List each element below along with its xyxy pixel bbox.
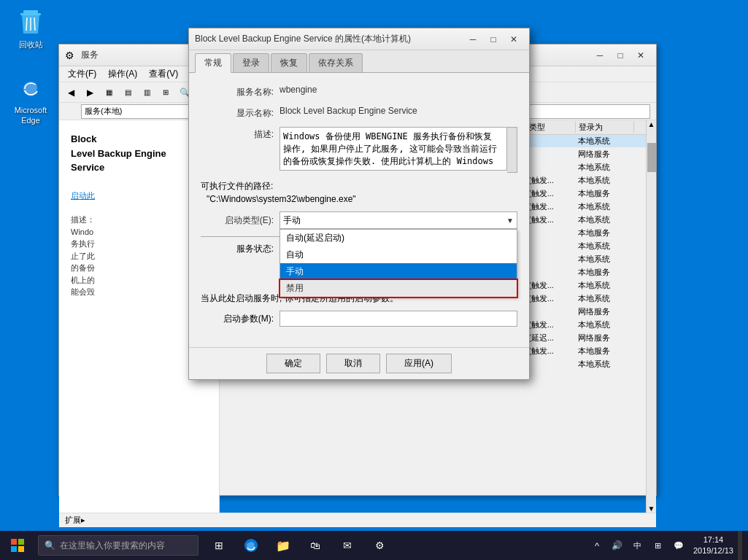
cancel-button[interactable]: 取消 [326,354,380,373]
exec-path-row: 可执行文件的路径: "C:\Windows\system32\wbengine.… [201,180,517,204]
taskbar-search-box[interactable]: 🔍 在这里输入你要搜索的内容 [38,535,198,556]
taskbar-middle: ⊞ 📁 🛍 ✉ ⚙ [198,531,582,560]
exec-path-label: 可执行文件的路径: [201,180,517,192]
tab-general[interactable]: 常规 [195,53,231,73]
settings-taskbar-btn[interactable]: ⚙ [365,531,394,560]
dropdown-option-manual[interactable]: 手动 [280,263,517,280]
description-scrollbar[interactable] [507,127,517,173]
search-placeholder: 在这里输入你要搜索的内容 [60,540,165,552]
description-wrapper: Windows 备份使用 WBENGINE 服务执行备份和恢复 操作, 如果用户… [279,127,517,173]
description-label: 描述: [201,127,274,141]
modal-titlebar[interactable]: Block Level Backup Engine Service 的属性(本地… [189,28,529,50]
search-icon: 🔍 [45,540,55,551]
startup-selected-value: 手动 [283,214,506,227]
start-params-input[interactable] [279,311,517,327]
startup-dropdown-list: 自动(延迟启动) 自动 手动 禁用 [279,229,517,298]
svg-rect-8 [11,546,17,552]
modal-overlay: Block Level Backup Engine Service 的属性(本地… [0,0,748,560]
svg-rect-7 [18,539,24,545]
svg-rect-9 [18,546,24,552]
start-button[interactable] [0,531,35,560]
dropdown-option-auto[interactable]: 自动 [280,246,517,263]
tab-recovery[interactable]: 恢复 [271,53,307,72]
task-view-btn[interactable]: ⊞ [204,531,234,560]
form-content: 服务名称: wbengine 显示名称: Block Level Backup … [189,73,529,347]
display-name-label: 显示名称: [201,106,274,120]
tray-expand-btn[interactable]: ^ [588,537,606,554]
apply-button[interactable]: 应用(A) [386,354,452,373]
tab-dependencies[interactable]: 依存关系 [309,53,363,72]
service-status-label: 服务状态: [201,243,274,255]
taskbar: 🔍 在这里输入你要搜索的内容 ⊞ 📁 🛍 ✉ ⚙ ^ 🔊 中 ⊞ 💬 17:1 [0,531,748,560]
taskbar-tray: ^ 🔊 中 ⊞ 💬 17:14 2019/12/13 [582,531,748,560]
tray-notification-icon[interactable]: 💬 [670,537,687,554]
start-params-label: 启动参数(M): [201,313,274,325]
startup-type-row: 启动类型(E): 手动 ▼ 自动(延迟启动) 自动 手动 禁用 [201,211,517,229]
svg-rect-6 [11,539,17,545]
modal-content: 常规 登录 恢复 依存关系 服务名称: wbengine 显示名称: Block… [189,50,529,379]
startup-dropdown-arrow: ▼ [506,217,514,225]
taskbar-clock[interactable]: 17:14 2019/12/13 [693,534,733,557]
properties-dialog: Block Level Backup Engine Service 的属性(本地… [188,28,530,380]
edge-taskbar-btn[interactable] [236,531,266,560]
startup-type-label: 启动类型(E): [201,214,274,227]
service-name-value: wbengine [279,85,517,95]
startup-select-wrapper: 手动 ▼ 自动(延迟启动) 自动 手动 禁用 [279,211,517,229]
dropdown-option-disabled[interactable]: 禁用 [280,280,517,297]
display-name-row: 显示名称: Block Level Backup Engine Service [201,106,517,120]
exec-path-value: "C:\Windows\system32\wbengine.exe" [207,194,517,204]
tray-ime-icon[interactable]: 中 [629,537,647,554]
tab-login[interactable]: 登录 [233,53,269,72]
modal-minimize-btn[interactable]: ─ [463,32,482,47]
service-name-label: 服务名称: [201,85,274,98]
modal-maximize-btn[interactable]: □ [484,32,503,47]
description-textarea[interactable]: Windows 备份使用 WBENGINE 服务执行备份和恢复 操作, 如果用户… [279,127,507,171]
modal-close-btn[interactable]: ✕ [504,32,523,47]
clock-time: 17:14 [693,534,733,545]
dropdown-option-auto-delayed[interactable]: 自动(延迟启动) [280,230,517,246]
show-desktop-btn[interactable] [738,531,742,560]
modal-controls: ─ □ ✕ [463,32,523,47]
modal-footer: 确定 取消 应用(A) [189,347,529,379]
ok-button[interactable]: 确定 [266,354,320,373]
tray-keyboard-icon[interactable]: ⊞ [649,537,667,554]
explorer-taskbar-btn[interactable]: 📁 [269,531,298,560]
modal-title: Block Level Backup Engine Service 的属性(本地… [195,33,463,45]
store-taskbar-btn[interactable]: 🛍 [301,531,330,560]
tab-bar: 常规 登录 恢复 依存关系 [189,50,529,73]
clock-date: 2019/12/13 [693,545,733,556]
start-params-input-row: 启动参数(M): [201,311,517,327]
tray-volume-icon[interactable]: 🔊 [609,537,626,554]
display-name-value: Block Level Backup Engine Service [279,106,517,116]
mail-taskbar-btn[interactable]: ✉ [333,531,362,560]
description-row: 描述: Windows 备份使用 WBENGINE 服务执行备份和恢复 操作, … [201,127,517,173]
startup-select-box[interactable]: 手动 ▼ [279,211,517,229]
service-name-row: 服务名称: wbengine [201,85,517,98]
